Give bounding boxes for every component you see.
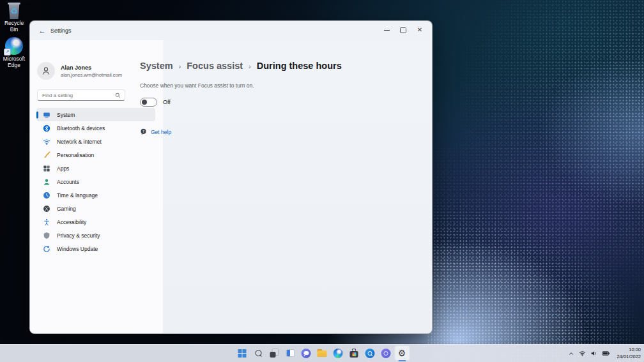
start-button[interactable] [234, 345, 250, 361]
page-description: Choose when you want Focus assist to tur… [140, 82, 254, 89]
window-titlebar[interactable]: ← Settings ✕ [30, 21, 432, 40]
toggle-state-label: Off [163, 99, 171, 105]
wallpaper-sparkles [427, 0, 644, 362]
desktop-icon-label: Microsoft Edge [0, 56, 28, 69]
sidebar-item-accounts[interactable]: Accounts [36, 175, 155, 188]
back-button[interactable]: ← [36, 26, 48, 36]
maximize-button[interactable] [395, 24, 411, 36]
breadcrumb: System › Focus assist › During these hou… [140, 61, 342, 71]
search-icon [115, 93, 121, 98]
wifi-tray-icon[interactable] [579, 350, 586, 357]
close-button[interactable]: ✕ [411, 24, 428, 36]
windows-logo-icon [238, 349, 247, 358]
tray-date: 24/01/2022 [617, 354, 641, 360]
desktop: ♻ Recycle Bin ↗ Microsoft Edge ← Setting… [0, 0, 644, 362]
cortana-button[interactable] [378, 345, 394, 361]
sidebar-item-accessibility[interactable]: Accessibility [36, 215, 155, 229]
recycle-bin-icon: ♻ [6, 3, 22, 19]
file-explorer-button[interactable] [314, 345, 330, 361]
sidebar-item-gaming[interactable]: Gaming [36, 202, 155, 215]
shortcut-arrow-icon: ↗ [4, 49, 11, 56]
window-title: Settings [50, 27, 72, 34]
update-icon [43, 245, 50, 253]
store-bag-icon [350, 351, 358, 358]
settings-nav: System Bluetooth & devices Network & int… [36, 108, 155, 255]
folder-icon [318, 349, 327, 357]
search-app-button[interactable] [362, 345, 378, 361]
cortana-icon [381, 349, 391, 358]
taskbar-search-button[interactable] [250, 345, 266, 361]
sidebar-item-personalisation[interactable]: Personalisation [36, 148, 155, 162]
xbox-icon [43, 205, 50, 213]
breadcrumb-system[interactable]: System [140, 61, 173, 71]
chat-icon [302, 349, 311, 358]
sidebar-item-system[interactable]: System [36, 108, 155, 121]
breadcrumb-focus-assist[interactable]: Focus assist [187, 61, 243, 71]
get-help-link[interactable]: ? Get help [140, 128, 171, 135]
search-app-icon [365, 349, 375, 358]
settings-taskbar-button[interactable]: ⚙ [394, 345, 410, 361]
desktop-icon-microsoft-edge[interactable]: ↗ Microsoft Edge [0, 37, 28, 69]
system-tray: 10:00 24/01/2022 [568, 345, 641, 362]
volume-tray-icon[interactable] [590, 350, 597, 357]
apps-icon [43, 165, 50, 172]
tray-time: 10:00 [617, 347, 641, 353]
focus-assist-toggle[interactable] [140, 98, 157, 107]
accounts-icon [43, 178, 50, 186]
taskbar: ⚙ 10:00 24/01/2022 [0, 344, 644, 362]
gear-icon: ⚙ [398, 349, 406, 358]
sidebar-item-windows-update[interactable]: Windows Update [36, 242, 155, 255]
edge-button[interactable] [330, 345, 346, 361]
sidebar-item-privacy-security[interactable]: Privacy & security [36, 229, 155, 242]
sidebar-item-bluetooth-devices[interactable]: Bluetooth & devices [36, 121, 155, 135]
chat-button[interactable] [298, 345, 314, 361]
microsoft-store-button[interactable] [346, 345, 362, 361]
desktop-icon-recycle-bin[interactable]: ♻ Recycle Bin [0, 3, 28, 33]
user-profile[interactable]: Alan Jones alan.jones.wm@hotmail.com [37, 62, 122, 80]
task-view-icon [270, 349, 279, 358]
bluetooth-icon [43, 124, 50, 132]
user-email: alan.jones.wm@hotmail.com [61, 72, 122, 78]
minimize-button[interactable] [378, 24, 395, 36]
settings-window: ← Settings ✕ Alan Jones alan.jones.wm@ho… [29, 20, 433, 334]
desktop-icon-label: Recycle Bin [0, 20, 28, 33]
svg-text:?: ? [142, 130, 144, 133]
clock[interactable]: 10:00 24/01/2022 [615, 347, 641, 359]
chevron-right-icon: › [179, 62, 181, 70]
user-name: Alan Jones [61, 64, 122, 72]
widgets-icon [286, 349, 295, 357]
edge-icon [334, 349, 343, 358]
clock-globe-icon [43, 192, 50, 199]
focus-assist-toggle-row: Off [140, 98, 171, 107]
settings-search[interactable] [37, 89, 125, 101]
help-bubble-icon: ? [140, 128, 147, 135]
sidebar-item-network-internet[interactable]: Network & internet [36, 135, 155, 148]
accessibility-icon [43, 218, 50, 226]
settings-content: System › Focus assist › During these hou… [163, 40, 432, 333]
search-input[interactable] [38, 93, 115, 98]
system-icon [43, 111, 50, 119]
wifi-icon [43, 138, 50, 146]
hidden-icons-chevron[interactable] [568, 351, 574, 357]
sidebar-item-time-language[interactable]: Time & language [36, 188, 155, 202]
avatar [37, 62, 55, 80]
task-view-button[interactable] [266, 345, 282, 361]
search-icon [255, 350, 261, 356]
brush-icon [43, 151, 50, 159]
chevron-right-icon: › [249, 62, 251, 70]
breadcrumb-current-page: During these hours [257, 61, 342, 71]
taskbar-icons: ⚙ [234, 345, 410, 361]
edge-icon: ↗ [5, 37, 23, 55]
shield-icon [43, 232, 50, 239]
battery-tray-icon[interactable] [602, 350, 610, 357]
widgets-button[interactable] [282, 345, 298, 361]
sidebar-item-apps[interactable]: Apps [36, 162, 155, 175]
